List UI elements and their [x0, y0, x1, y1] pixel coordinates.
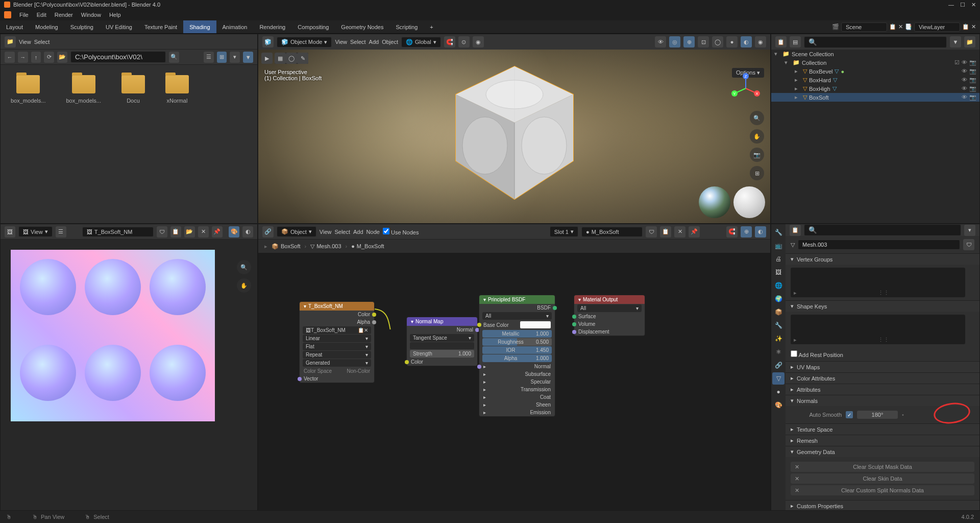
menu-window[interactable]: Window — [77, 12, 105, 18]
tab-animation[interactable]: Animation — [216, 20, 254, 33]
menu-render[interactable]: Render — [51, 12, 77, 18]
sel-circ[interactable]: ◯ — [286, 53, 297, 64]
mode-selector[interactable]: 🧊 Object Mode ▾ — [277, 37, 332, 47]
tool-cursor[interactable]: ▶ — [261, 53, 273, 64]
section-shape-keys[interactable]: ▾ Shape Keys — [786, 301, 979, 312]
vertex-groups-list[interactable]: ▸⋮⋮ — [791, 268, 965, 297]
shading-solid-button[interactable]: ● — [726, 36, 738, 47]
node-image-texture[interactable]: ▾ T_BoxSoft_NM Color Alpha 🖼 T_BoxSoft_N… — [299, 301, 375, 383]
node-header[interactable]: ▾ Principled BSDF — [479, 295, 555, 304]
crumb-material[interactable]: ● M_BoxSoft — [351, 243, 384, 249]
overlay-button[interactable]: ⊕ — [741, 226, 752, 237]
uvmap-field[interactable] — [410, 342, 474, 349]
node-header[interactable]: ▾ T_BoxSoft_NM — [300, 302, 374, 311]
orientation-selector[interactable]: 🌐 Global ▾ — [401, 37, 441, 47]
editor-type-button[interactable]: 📋 — [790, 225, 801, 236]
filter-button[interactable]: ▼ — [243, 52, 253, 63]
zoom-icon[interactable]: 🔍 — [237, 260, 251, 274]
xray-button[interactable]: ⊡ — [698, 36, 709, 47]
tab-scripting[interactable]: Scripting — [389, 20, 424, 33]
tree-collection[interactable]: ▾📁Collection☑👁📷 — [771, 58, 979, 67]
img-menu-button[interactable]: ☰ — [56, 226, 66, 237]
path-input[interactable] — [70, 51, 166, 63]
editor-type-button[interactable]: 🧊 — [262, 36, 274, 47]
search-button[interactable]: 🔍 — [169, 52, 179, 63]
dist-field[interactable]: All▾ — [482, 312, 552, 320]
section-geo-data[interactable]: ▾ Geometry Data — [786, 446, 979, 457]
tab-texture[interactable]: 🎨 — [772, 399, 785, 411]
section-color-attrs[interactable]: ▸ Color Attributes — [786, 373, 979, 384]
section-custom-props[interactable]: ▸ Custom Properties — [786, 501, 979, 510]
tab-tool[interactable]: 🔧 — [772, 226, 785, 239]
folder-item[interactable]: Docu — [121, 75, 145, 104]
fb-menu-view[interactable]: View — [19, 39, 31, 45]
nav-back-button[interactable]: ← — [5, 52, 15, 63]
pivot-button[interactable]: ⊙ — [458, 36, 470, 47]
matcap-ball[interactable] — [733, 186, 765, 218]
tab-data[interactable]: ▽ — [772, 372, 785, 385]
ne-menu-node[interactable]: Node — [366, 229, 380, 235]
image-selector[interactable]: 🖼 T_BoxSoft_NM — [82, 227, 154, 237]
checkbox-icon[interactable]: ☑ — [954, 59, 960, 66]
editor-type-button[interactable]: 🔗 — [262, 226, 274, 237]
scene-selector[interactable]: Scene — [841, 22, 887, 32]
crumb-mesh[interactable]: ▽ Mesh.003 — [310, 243, 341, 250]
shading-render-button[interactable]: ◉ — [755, 36, 766, 47]
interp-field[interactable]: Linear▾ — [303, 335, 371, 342]
target-field[interactable]: All▾ — [577, 304, 642, 312]
camera-icon[interactable]: 📷 — [969, 68, 976, 75]
section-texture-space[interactable]: ▸ Texture Space — [786, 424, 979, 435]
color-field[interactable] — [520, 321, 551, 328]
tree-object[interactable]: ▸▽BoxHigh▽👁📷 — [771, 84, 979, 93]
nav-folder-button[interactable]: 📂 — [57, 52, 67, 63]
ne-menu-add[interactable]: Add — [353, 229, 363, 235]
new-image-button[interactable]: 📋 — [170, 226, 181, 237]
close-icon[interactable]: ✕ — [971, 2, 976, 8]
ne-menu-select[interactable]: Select — [334, 229, 350, 235]
crumb-object[interactable]: 📦 BoxSoft — [272, 243, 301, 250]
proportional-button[interactable]: ◉ — [473, 36, 484, 47]
folder-item[interactable]: box_models... — [66, 75, 101, 104]
vp-menu-add[interactable]: Add — [369, 39, 379, 45]
alpha-button[interactable]: ◐ — [242, 226, 253, 237]
zoom-icon[interactable]: 🔍 — [750, 111, 764, 125]
tab-object[interactable]: 📦 — [772, 306, 785, 318]
tab-layout[interactable]: Layout — [0, 20, 29, 33]
tab-shading[interactable]: Shading — [183, 20, 216, 33]
viewport-canvas[interactable]: ▶ ▦◯✎ Options ▾ User Perspective (1) Col… — [258, 50, 770, 223]
image-field[interactable]: 🖼 T_BoxSoft_NM 📋✕ — [303, 326, 371, 334]
use-nodes-toggle[interactable]: Use Nodes — [383, 228, 419, 235]
sel-box[interactable]: ▦ — [275, 53, 286, 64]
fake-user-button[interactable]: 🛡 — [963, 239, 974, 250]
display-opts-button[interactable]: ▾ — [230, 52, 240, 63]
overlay-button[interactable]: ⊕ — [683, 36, 695, 47]
editor-type-button[interactable]: 🖼 — [5, 226, 15, 237]
options-button[interactable]: ▾ — [964, 225, 975, 236]
menu-help[interactable]: Help — [105, 12, 125, 18]
tree-object[interactable]: ▸▽BoxHard▽👁📷 — [771, 76, 979, 84]
nav-fwd-button[interactable]: → — [18, 52, 28, 63]
sel-lasso[interactable]: ✎ — [297, 53, 308, 64]
ext-field[interactable]: Repeat▾ — [303, 351, 371, 359]
eye-icon[interactable]: 👁 — [962, 77, 967, 83]
viewlayer-selector[interactable]: ViewLayer — [914, 22, 960, 32]
shading-wire-button[interactable]: ◯ — [712, 36, 723, 47]
section-uv-maps[interactable]: ▸ UV Maps — [786, 362, 979, 372]
node-header[interactable]: ▾ Normal Map — [407, 317, 477, 326]
tab-viewlayer[interactable]: 🖼 — [772, 266, 785, 278]
tab-geonodes[interactable]: Geometry Nodes — [335, 20, 389, 33]
space-field[interactable]: Tangent Space▾ — [410, 334, 474, 342]
mesh-name-field[interactable]: Mesh.003 — [798, 240, 960, 250]
tab-modifiers[interactable]: 🔧 — [772, 319, 785, 331]
editor-type-button[interactable]: 📋 — [775, 36, 787, 47]
tree-object[interactable]: ▸▽BoxBevel▽●👁📷 — [771, 67, 979, 76]
camera-icon[interactable]: 📷 — [969, 85, 976, 92]
shape-keys-list[interactable]: ▸⋮⋮ — [791, 315, 965, 344]
vp-menu-select[interactable]: Select — [350, 39, 366, 45]
tab-sculpting[interactable]: Sculpting — [64, 20, 100, 33]
tab-scene[interactable]: 🌐 — [772, 279, 785, 292]
nav-refresh-button[interactable]: ⟳ — [44, 52, 54, 63]
new-coll-button[interactable]: 📁 — [964, 36, 975, 47]
pan-icon[interactable]: ✋ — [237, 278, 251, 293]
tab-texpaint[interactable]: Texture Paint — [138, 20, 183, 33]
